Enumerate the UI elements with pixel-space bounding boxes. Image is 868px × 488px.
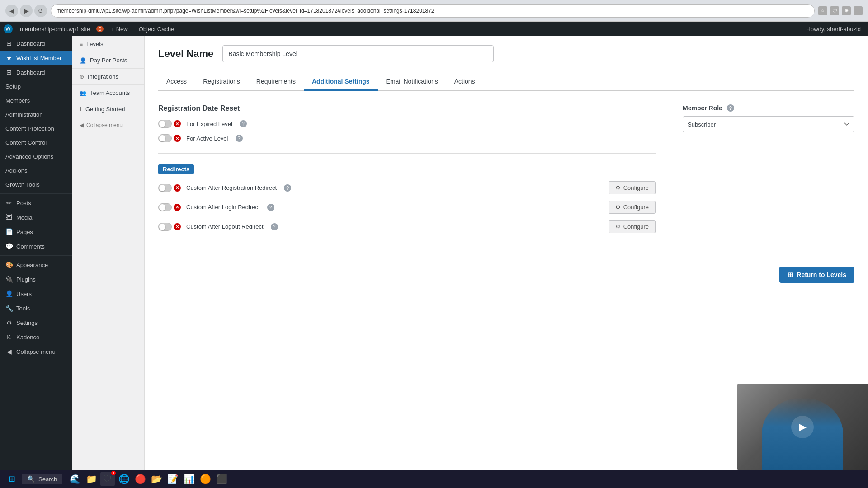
sidebar-item-growth-tools[interactable]: Growth Tools [0,178,72,192]
logout-redirect-toggle-off[interactable] [158,223,172,231]
browser-action-icons: ☆ 🛡 ⊕ ⋮ [818,6,863,15]
level-name-input[interactable] [222,45,494,62]
taskbar-apps-row: 🌊 📁 🛡 1 🌐 🔴 📂 📝 📊 🟠 ⬛ [68,472,229,486]
sidebar-item-content-control[interactable]: Content Control [0,136,72,150]
taskbar-app-charts[interactable]: 📊 [182,472,196,486]
login-redirect-toggle-x[interactable]: ✕ [174,204,181,211]
object-cache-button[interactable]: Object Cache [135,26,178,33]
registration-redirect-help-icon[interactable]: ? [284,184,291,192]
taskbar-search-bar[interactable]: 🔍 Search [22,474,62,484]
howdy-text[interactable]: Howdy, sherif-abuzid [803,26,864,33]
sidebar-item-members[interactable]: Members [0,94,72,108]
taskbar: ⊞ 🔍 Search 🌊 📁 🛡 1 🌐 🔴 📂 📝 📊 🟠 ⬛ [0,470,868,488]
video-play-button[interactable]: ▶ [791,416,814,438]
taskbar-app-shield[interactable]: 🛡 1 [100,472,115,486]
registration-redirect-toggle-x[interactable]: ✕ [174,184,181,192]
extension-icon[interactable]: ⊕ [842,6,851,15]
tab-additional-settings-label: Additional Settings [312,78,370,85]
sidebar-item-users[interactable]: 👤 Users [0,286,72,301]
wp-logo[interactable]: W [4,24,13,33]
active-toggle-switch[interactable]: ✕ [158,134,181,142]
sidebar-item-advanced-options[interactable]: Advanced Options [0,150,72,164]
tab-actions[interactable]: Actions [446,73,483,91]
sidebar-item-appearance[interactable]: 🎨 Appearance [0,258,72,272]
refresh-button[interactable]: ↺ [34,5,47,17]
member-role-help-icon[interactable]: ? [727,104,734,112]
expired-toggle-switch[interactable]: ✕ [158,120,181,128]
notification-badge[interactable]: 0 [96,26,104,32]
sidebar-item-settings[interactable]: ⚙ Settings [0,315,72,330]
video-inner: ▶ [737,384,868,470]
bookmark-icon[interactable]: ☆ [818,6,827,15]
active-toggle-x[interactable]: ✕ [174,135,181,142]
sidebar-item-addons[interactable]: Add-ons [0,164,72,178]
secondary-sidebar-getting-started[interactable]: ℹ Getting Started [72,101,144,117]
back-button[interactable]: ◀ [5,5,18,17]
sidebar-label-addons: Add-ons [5,167,27,174]
sidebar-item-kadence[interactable]: K Kadence [0,330,72,344]
logout-redirect-help-icon[interactable]: ? [271,223,278,230]
sidebar-item-tools[interactable]: 🔧 Tools [0,301,72,315]
logout-redirect-toggle[interactable]: ✕ [158,223,181,231]
site-name[interactable]: membership-dmlu.wp1.site [16,26,94,33]
login-redirect-toggle[interactable]: ✕ [158,203,181,211]
expired-help-icon[interactable]: ? [240,120,247,127]
level-name-row: Level Name [158,45,854,62]
tab-access[interactable]: Access [158,73,195,91]
configure-login-redirect-btn[interactable]: ⚙ Configure [609,201,656,214]
login-redirect-toggle-off[interactable] [158,203,172,211]
configure-registration-redirect-btn[interactable]: ⚙ Configure [609,181,656,194]
tab-additional-settings[interactable]: Additional Settings [304,73,378,91]
sidebar-item-administration[interactable]: Administration [0,108,72,122]
shield-icon[interactable]: 🛡 [830,6,839,15]
taskbar-app-notes[interactable]: 📝 [165,472,180,486]
sidebar-item-wishlist[interactable]: ★ WishList Member [0,51,72,65]
sidebar-item-plugins[interactable]: 🔌 Plugins [0,272,72,286]
active-toggle-off[interactable] [158,134,172,142]
sidebar-collapse-menu[interactable]: ◀ Collapse menu [0,344,72,359]
expired-toggle-x[interactable]: ✕ [174,120,181,127]
sidebar-label-appearance: Appearance [16,262,48,268]
sidebar-item-pages[interactable]: 📄 Pages [0,225,72,239]
taskbar-app-orange[interactable]: 🟠 [198,472,212,486]
sidebar-item-setup[interactable]: Setup [0,80,72,94]
tab-requirements[interactable]: Requirements [248,73,304,91]
sidebar-item-media[interactable]: 🖼 Media [0,210,72,225]
secondary-sidebar-pay-per-posts[interactable]: 👤 Pay Per Posts [72,52,144,69]
logout-redirect-toggle-x[interactable]: ✕ [174,223,181,230]
member-role-select[interactable]: Subscriber Editor Author Administrator [683,116,854,132]
secondary-sidebar-integrations[interactable]: ⊕ Integrations [72,69,144,85]
sidebar-item-comments[interactable]: 💬 Comments [0,239,72,253]
registration-redirect-toggle-off[interactable] [158,184,172,192]
media-icon: 🖼 [5,214,13,221]
registration-redirect-toggle[interactable]: ✕ [158,184,181,192]
taskbar-app-chrome[interactable]: 🌐 [117,472,131,486]
address-bar[interactable]: membership-dmlu.wp1.site/wp-admin/admin.… [51,4,815,18]
return-to-levels-button[interactable]: ⊞ Return to Levels [779,267,854,283]
expired-toggle-off[interactable] [158,120,172,128]
sidebar-item-dashboard2[interactable]: ⊞ Dashboard [0,65,72,80]
start-button[interactable]: ⊞ [4,472,20,486]
taskbar-app-terminal[interactable]: ⬛ [214,472,229,486]
custom-registration-redirect-label: Custom After Registration Redirect [186,184,277,191]
tab-access-label: Access [166,78,187,85]
sidebar-item-posts[interactable]: ✏ Posts [0,196,72,210]
secondary-collapse-menu[interactable]: ◀ Collapse menu [72,117,144,133]
forward-button[interactable]: ▶ [20,5,33,17]
login-redirect-help-icon[interactable]: ? [267,204,274,211]
menu-icon[interactable]: ⋮ [854,6,863,15]
configure-logout-redirect-btn[interactable]: ⚙ Configure [609,220,656,233]
secondary-sidebar-levels[interactable]: ≡ Levels [72,36,144,52]
tab-email-notifications[interactable]: Email Notifications [378,73,446,91]
sidebar-item-content-protection[interactable]: Content Protection [0,122,72,136]
taskbar-app-folder[interactable]: 📂 [149,472,164,486]
taskbar-app-explorer[interactable]: 📁 [84,472,99,486]
active-help-icon[interactable]: ? [236,135,243,142]
secondary-sidebar-team-accounts[interactable]: 👥 Team Accounts [72,85,144,101]
tab-registrations[interactable]: Registrations [195,73,248,91]
sidebar-item-dashboard[interactable]: ⊞ Dashboard [0,36,72,51]
taskbar-app-files[interactable]: 🌊 [68,472,82,486]
taskbar-app-red[interactable]: 🔴 [133,472,147,486]
for-expired-level-row: ✕ For Expired Level ? [158,120,656,128]
new-button[interactable]: + New [107,26,131,33]
